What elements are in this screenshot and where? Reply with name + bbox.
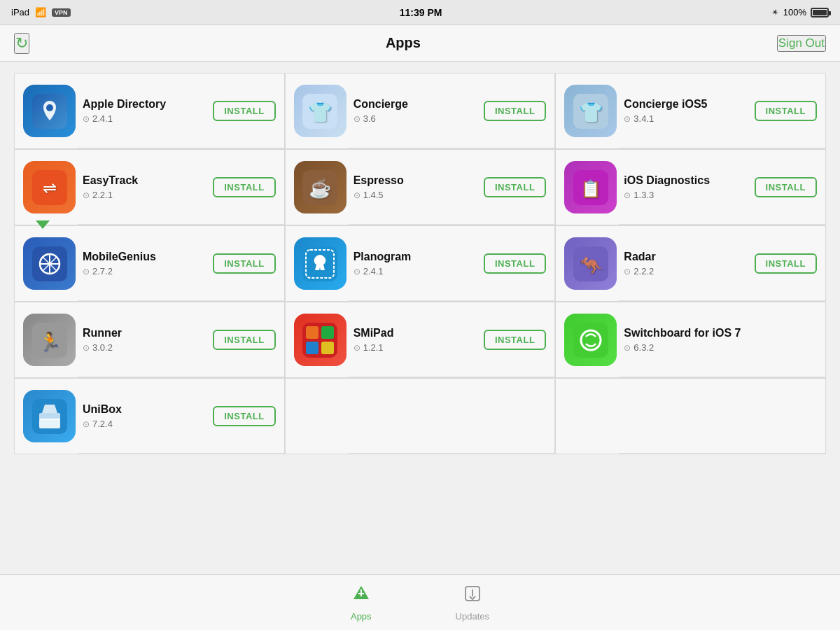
svg-rect-26 [321,326,334,339]
app-row: 🏃 Runner⊙ 3.0.2INSTALL [15,302,284,377]
app-info-concierge-ios5: Concierge iOS5⊙ 3.4.1 [617,98,754,124]
app-icon-concierge: 👕 [294,85,346,137]
tab-apps[interactable]: Apps [351,584,372,622]
app-version-concierge: ⊙ 3.6 [354,113,477,124]
app-icon-radar: 🦘 [564,237,617,290]
app-info-concierge: Concierge⊙ 3.6 [346,98,484,124]
app-icon-easytrack: ⇌ [23,161,76,214]
install-button-apple-directory[interactable]: INSTALL [213,101,275,121]
triangle-marker [36,220,50,229]
device-label: iPad [11,7,29,18]
svg-text:🦘: 🦘 [580,254,603,276]
app-row: SMiPad⊙ 1.2.1INSTALL [286,302,555,377]
svg-text:👕: 👕 [578,101,603,124]
svg-rect-25 [306,326,318,339]
svg-point-1 [46,104,53,111]
app-icon-apple-directory [23,85,76,137]
app-version-ios-diagnostics: ⊙ 1.3.3 [624,190,747,200]
app-version-espresso: ⊙ 1.4.5 [354,190,477,200]
app-name-smipad: SMiPad [354,327,477,340]
app-row: Apple Directory⊙ 2.4.1INSTALL [15,74,284,148]
app-version-smipad: ⊙ 1.2.1 [354,342,477,353]
status-bar: iPad 📶 VPN 11:39 PM ✴ 100% [0,0,840,25]
sign-out-button[interactable]: Sign Out [777,35,826,52]
app-info-ios-diagnostics: iOS Diagnostics⊙ 1.3.3 [617,174,754,200]
app-icon-unibox [23,390,76,442]
tab-updates-label: Updates [456,611,489,622]
app-name-planogram: Planogram [354,251,477,263]
tab-apps-label: Apps [351,611,372,622]
app-name-unibox: UniBox [83,403,206,416]
app-row: 🦘 Radar⊙ 2.2.2INSTALL [556,226,825,301]
install-button-espresso[interactable]: INSTALL [484,177,546,197]
install-button-concierge[interactable]: INSTALL [484,101,546,121]
app-row: 📋 iOS Diagnostics⊙ 1.3.3INSTALL [556,150,825,225]
app-row [556,379,825,454]
app-info-mobilegenius: MobileGenius⊙ 2.7.2 [76,251,213,276]
svg-text:⇌: ⇌ [43,178,57,197]
install-button-runner[interactable]: INSTALL [213,330,275,350]
app-name-mobilegenius: MobileGenius [83,251,206,263]
app-info-smipad: SMiPad⊙ 1.2.1 [346,327,484,353]
app-row: ☕ Espresso⊙ 1.4.5INSTALL [286,150,555,225]
install-button-smipad[interactable]: INSTALL [484,330,546,350]
app-version-switchboard: ⊙ 6.3.2 [624,342,810,353]
main-content: Apple Directory⊙ 2.4.1INSTALL 👕 Concierg… [0,62,840,574]
app-row: Switchboard for iOS 7⊙ 6.3.2 [556,302,825,377]
svg-rect-28 [321,342,334,354]
svg-rect-33 [39,413,60,420]
app-icon-switchboard [564,314,617,366]
app-name-radar: Radar [624,251,747,263]
install-button-ios-diagnostics[interactable]: INSTALL [755,177,817,197]
app-icon-mobilegenius [23,237,76,290]
app-name-ios-diagnostics: iOS Diagnostics [624,174,747,187]
app-row: 👕 Concierge⊙ 3.6INSTALL [286,74,555,148]
app-name-switchboard: Switchboard for iOS 7 [624,327,810,340]
app-name-easytrack: EasyTrack [83,174,206,187]
app-info-unibox: UniBox⊙ 7.2.4 [76,403,213,429]
app-row: UniBox⊙ 7.2.4INSTALL [15,379,284,454]
status-left: iPad 📶 VPN [11,7,71,18]
app-icon-ios-diagnostics: 📋 [564,161,617,214]
refresh-button[interactable]: ↻ [14,33,29,54]
install-button-mobilegenius[interactable]: INSTALL [213,253,275,274]
install-button-planogram[interactable]: INSTALL [484,253,546,274]
app-icon-planogram [294,237,346,290]
status-time: 11:39 PM [400,7,442,18]
svg-rect-32 [39,419,60,428]
tab-updates[interactable]: Updates [456,584,489,622]
app-name-concierge-ios5: Concierge iOS5 [624,98,747,111]
status-right: ✴ 100% [771,7,829,18]
app-version-planogram: ⊙ 2.4.1 [354,266,477,276]
app-icon-smipad [294,314,346,366]
app-info-switchboard: Switchboard for iOS 7⊙ 6.3.2 [617,327,817,353]
app-row: MobileGenius⊙ 2.7.2INSTALL [15,226,284,301]
wifi-icon: 📶 [35,7,46,18]
svg-text:👕: 👕 [308,101,332,124]
app-row: ⇌ EasyTrack⊙ 2.2.1INSTALL [15,150,284,225]
install-button-easytrack[interactable]: INSTALL [213,177,275,197]
install-button-radar[interactable]: INSTALL [755,253,817,274]
app-info-easytrack: EasyTrack⊙ 2.2.1 [76,174,213,200]
battery-icon [811,8,829,18]
svg-rect-27 [306,342,318,354]
app-info-espresso: Espresso⊙ 1.4.5 [346,174,484,200]
app-version-mobilegenius: ⊙ 2.7.2 [83,266,206,276]
app-version-radar: ⊙ 2.2.2 [624,266,747,276]
install-button-concierge-ios5[interactable]: INSTALL [755,101,817,121]
app-name-espresso: Espresso [354,174,477,187]
app-version-apple-directory: ⊙ 2.4.1 [83,113,206,124]
app-info-radar: Radar⊙ 2.2.2 [617,251,754,276]
app-name-apple-directory: Apple Directory [83,98,206,111]
svg-text:☕: ☕ [309,177,332,200]
app-row: 👕 Concierge iOS5⊙ 3.4.1INSTALL [556,74,825,148]
app-name-runner: Runner [83,327,206,340]
svg-text:🏃: 🏃 [38,330,62,353]
bluetooth-icon: ✴ [771,7,779,18]
page-title: Apps [386,35,421,51]
app-version-unibox: ⊙ 7.2.4 [83,419,206,429]
install-button-unibox[interactable]: INSTALL [213,406,275,426]
svg-text:📋: 📋 [580,178,601,199]
app-version-concierge-ios5: ⊙ 3.4.1 [624,113,747,124]
app-icon-concierge-ios5: 👕 [564,85,617,137]
